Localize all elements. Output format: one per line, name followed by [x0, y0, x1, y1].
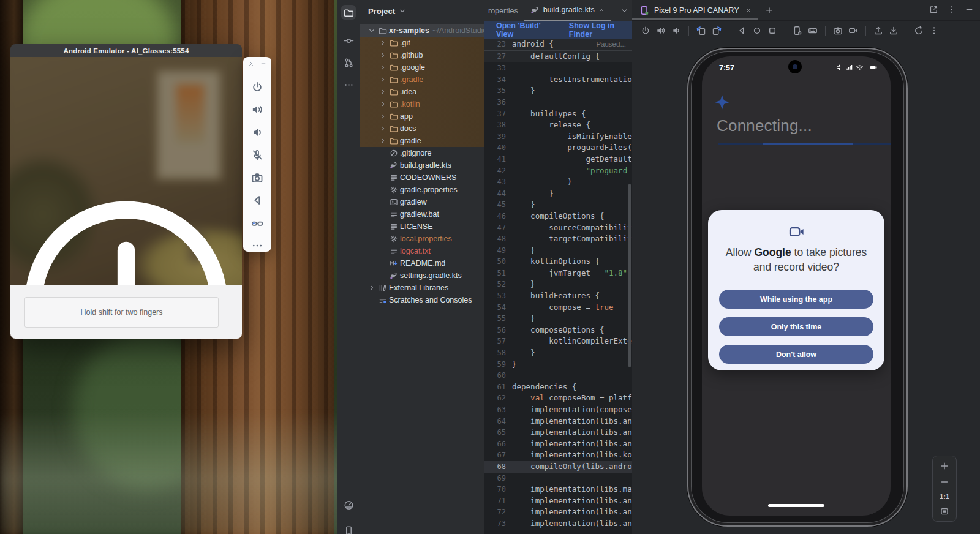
- rotate-left-icon[interactable]: [696, 26, 706, 36]
- download-icon[interactable]: [889, 26, 899, 36]
- code-line-68[interactable]: 68 compileOnly(libs.android: [484, 461, 632, 473]
- tree-item-gradle-properties[interactable]: gradle.properties: [360, 184, 484, 196]
- code-line-44[interactable]: 44 }: [484, 188, 632, 200]
- fit-screen-icon[interactable]: [940, 506, 949, 516]
- permission-button-only-this-time[interactable]: Only this time: [719, 317, 873, 336]
- tree-item-gradle[interactable]: .gradle: [360, 73, 484, 86]
- code-line-52[interactable]: 52 }: [484, 279, 632, 290]
- project-panel-header[interactable]: Project: [360, 0, 484, 22]
- code-line-59[interactable]: 59}: [484, 359, 632, 370]
- tree-item-github[interactable]: .github: [360, 49, 484, 61]
- code-line-72[interactable]: 72 implementation(libs.andr: [484, 506, 632, 518]
- hide-panel-icon[interactable]: [965, 5, 974, 14]
- power-icon[interactable]: [251, 81, 263, 93]
- code-line-63[interactable]: 63 implementation(composeBo: [484, 404, 632, 416]
- back-icon[interactable]: [737, 26, 747, 36]
- tree-item-gitignore[interactable]: .gitignore: [360, 147, 484, 159]
- code-line-73[interactable]: 73 implementation(libs.andr: [484, 518, 632, 530]
- chevron-down-icon[interactable]: [367, 26, 377, 36]
- branches-icon[interactable]: [341, 55, 356, 70]
- chevron-right-icon[interactable]: [378, 62, 388, 72]
- chevron-right-icon[interactable]: [378, 124, 388, 134]
- hardware-input-icon[interactable]: [808, 26, 818, 36]
- code-line-35[interactable]: 35 }: [484, 85, 632, 97]
- editor-scrollbar[interactable]: [628, 184, 631, 367]
- code-line-60[interactable]: 60: [484, 370, 632, 382]
- code-line-66[interactable]: 66 implementation(libs.andr: [484, 438, 632, 450]
- project-folder-icon[interactable]: [341, 5, 356, 20]
- power-icon[interactable]: [641, 26, 650, 36]
- tree-item-settings-gradle-kts[interactable]: settings.gradle.kts: [360, 269, 484, 282]
- tree-item-xr-samples[interactable]: xr-samples~/AndroidStudioProj: [360, 24, 484, 37]
- tree-item-idea[interactable]: .idea: [360, 86, 484, 98]
- reset-icon[interactable]: [914, 26, 924, 36]
- code-area[interactable]: 23android {Paused...27 defaultConfig {33…: [484, 39, 632, 534]
- more-options-icon[interactable]: [947, 5, 956, 14]
- tree-item-app[interactable]: app: [360, 110, 484, 122]
- device-tab-label[interactable]: Pixel 9 Pro API CANARY: [654, 6, 739, 15]
- glasses-icon[interactable]: [251, 217, 263, 229]
- permission-button-don-t-allow[interactable]: Don't allow: [719, 345, 873, 364]
- code-line-65[interactable]: 65 implementation(libs.andr: [484, 427, 632, 438]
- minimize-icon[interactable]: [260, 61, 266, 67]
- tab-build-gradle-kts[interactable]: build.gradle.kts: [524, 0, 611, 21]
- code-line-69[interactable]: 69: [484, 473, 632, 484]
- chevron-right-icon[interactable]: [378, 75, 388, 85]
- code-line-27[interactable]: 27 defaultConfig {: [484, 51, 632, 63]
- volume-up-icon[interactable]: [656, 26, 666, 36]
- tree-item-local-properties[interactable]: local.properties: [360, 233, 484, 245]
- code-line-53[interactable]: 53 buildFeatures {: [484, 290, 632, 302]
- code-line-50[interactable]: 50 kotlinOptions {: [484, 256, 632, 268]
- tree-item-external-libraries[interactable]: External Libraries: [360, 282, 484, 294]
- tree-item-build-gradle-kts[interactable]: build.gradle.kts: [360, 159, 484, 171]
- code-line-54[interactable]: 54 compose = true: [484, 302, 632, 314]
- rotate-right-icon[interactable]: [712, 26, 722, 36]
- gesture-nav-pill[interactable]: [768, 504, 824, 507]
- tree-item-license[interactable]: LICENSE: [360, 220, 484, 233]
- show-log-finder-link[interactable]: Show Log in Finder: [569, 21, 632, 39]
- tree-item-codeowners[interactable]: CODEOWNERS: [360, 171, 484, 184]
- tree-item-git[interactable]: .git: [360, 37, 484, 49]
- code-line-41[interactable]: 41 getDefaultPr: [484, 154, 632, 165]
- home-icon[interactable]: [752, 26, 762, 36]
- code-line-34[interactable]: 34 testInstrumentationR: [484, 74, 632, 86]
- device-manager-icon[interactable]: [341, 523, 356, 534]
- code-line-37[interactable]: 37 buildTypes {: [484, 108, 632, 120]
- code-line-56[interactable]: 56 composeOptions {: [484, 325, 632, 336]
- chevron-right-icon[interactable]: [378, 87, 388, 97]
- code-line-57[interactable]: 57 kotlinCompilerExtens: [484, 336, 632, 347]
- code-line-62[interactable]: 62 val composeBom = platfor: [484, 393, 632, 404]
- device-settings-icon[interactable]: [793, 26, 802, 36]
- open-in-window-icon[interactable]: [929, 5, 938, 14]
- back-icon[interactable]: [251, 194, 263, 206]
- chevron-right-icon[interactable]: [378, 50, 388, 60]
- volume-down-icon[interactable]: [671, 26, 681, 36]
- open-build-view-link[interactable]: Open 'Build' View: [496, 21, 553, 39]
- emulator-screen[interactable]: Permission Needed Continue on your phone: [10, 57, 242, 285]
- code-line-48[interactable]: 48 targetCompatibility: [484, 233, 632, 245]
- tree-item-readme-md[interactable]: README.md: [360, 257, 484, 269]
- close-icon[interactable]: [745, 7, 752, 13]
- tree-item-gradlew[interactable]: gradlew: [360, 196, 484, 208]
- chevron-right-icon[interactable]: [367, 283, 377, 293]
- code-line-43[interactable]: 43 ): [484, 176, 632, 188]
- chevron-right-icon[interactable]: [378, 99, 388, 109]
- code-line-64[interactable]: 64 implementation(libs.andr: [484, 416, 632, 427]
- code-line-55[interactable]: 55 }: [484, 313, 632, 325]
- code-line-38[interactable]: 38 release {: [484, 119, 632, 131]
- more-h-icon[interactable]: [341, 77, 356, 92]
- tree-item-logcat-txt[interactable]: logcat.txt: [360, 245, 484, 257]
- phone-screen[interactable]: 7:57 Connecting... Allow Google to take …: [702, 56, 891, 516]
- commit-icon[interactable]: [341, 33, 356, 48]
- zoom-out-icon[interactable]: [940, 477, 949, 487]
- code-line-49[interactable]: 49 }: [484, 245, 632, 257]
- code-line-42[interactable]: 42 "proguard-ru: [484, 165, 632, 177]
- code-line-40[interactable]: 40 proguardFiles(: [484, 142, 632, 154]
- emulator-title[interactable]: Android Emulator - AI_Glasses:5554: [10, 44, 242, 57]
- code-line-23[interactable]: 23android {Paused...: [484, 39, 632, 51]
- code-line-33[interactable]: 33: [484, 62, 632, 74]
- volume-down-icon[interactable]: [251, 126, 263, 138]
- zoom-ratio[interactable]: 1:1: [940, 493, 949, 500]
- code-line-46[interactable]: 46 compileOptions {: [484, 211, 632, 222]
- chevron-right-icon[interactable]: [378, 136, 388, 146]
